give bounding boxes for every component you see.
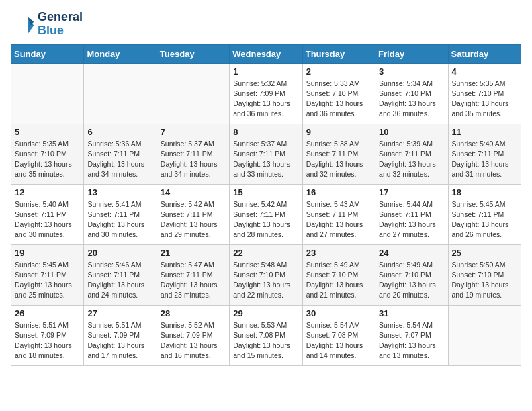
day-cell: 21Sunrise: 5:47 AM Sunset: 7:11 PM Dayli…	[157, 244, 229, 305]
day-number: 12	[15, 187, 80, 197]
day-info: Sunrise: 5:44 AM Sunset: 7:11 PM Dayligh…	[379, 199, 444, 240]
day-info: Sunrise: 5:45 AM Sunset: 7:11 PM Dayligh…	[452, 199, 517, 240]
day-cell: 17Sunrise: 5:44 AM Sunset: 7:11 PM Dayli…	[375, 184, 448, 244]
day-number: 25	[452, 248, 517, 258]
day-cell: 28Sunrise: 5:52 AM Sunset: 7:09 PM Dayli…	[157, 305, 229, 365]
day-info: Sunrise: 5:40 AM Sunset: 7:11 PM Dayligh…	[452, 139, 517, 180]
day-info: Sunrise: 5:42 AM Sunset: 7:11 PM Dayligh…	[161, 199, 226, 240]
day-info: Sunrise: 5:50 AM Sunset: 7:10 PM Dayligh…	[452, 260, 517, 301]
day-number: 22	[233, 248, 298, 258]
day-cell: 24Sunrise: 5:49 AM Sunset: 7:10 PM Dayli…	[375, 244, 448, 305]
day-info: Sunrise: 5:39 AM Sunset: 7:11 PM Dayligh…	[379, 139, 444, 180]
day-cell: 16Sunrise: 5:43 AM Sunset: 7:11 PM Dayli…	[302, 184, 375, 244]
day-cell: 26Sunrise: 5:51 AM Sunset: 7:09 PM Dayli…	[11, 305, 84, 365]
header: General Blue	[11, 11, 521, 38]
header-cell-thursday: Thursday	[302, 44, 375, 63]
day-info: Sunrise: 5:34 AM Sunset: 7:10 PM Dayligh…	[379, 79, 444, 120]
day-cell: 2Sunrise: 5:33 AM Sunset: 7:10 PM Daylig…	[302, 63, 375, 124]
day-number: 18	[452, 187, 517, 197]
day-cell: 3Sunrise: 5:34 AM Sunset: 7:10 PM Daylig…	[375, 63, 448, 124]
day-number: 7	[161, 127, 226, 137]
day-info: Sunrise: 5:35 AM Sunset: 7:10 PM Dayligh…	[15, 139, 80, 180]
day-cell: 18Sunrise: 5:45 AM Sunset: 7:11 PM Dayli…	[448, 184, 521, 244]
day-cell: 30Sunrise: 5:54 AM Sunset: 7:08 PM Dayli…	[302, 305, 375, 365]
day-number: 15	[233, 187, 298, 197]
day-info: Sunrise: 5:41 AM Sunset: 7:11 PM Dayligh…	[87, 199, 152, 240]
day-cell: 5Sunrise: 5:35 AM Sunset: 7:10 PM Daylig…	[11, 124, 84, 184]
day-cell: 13Sunrise: 5:41 AM Sunset: 7:11 PM Dayli…	[84, 184, 157, 244]
day-number: 4	[452, 66, 517, 77]
day-info: Sunrise: 5:40 AM Sunset: 7:11 PM Dayligh…	[15, 199, 80, 240]
day-cell: 6Sunrise: 5:36 AM Sunset: 7:11 PM Daylig…	[84, 124, 157, 184]
header-cell-sunday: Sunday	[11, 44, 84, 63]
header-cell-friday: Friday	[375, 44, 448, 63]
day-number: 10	[379, 127, 444, 137]
day-info: Sunrise: 5:54 AM Sunset: 7:08 PM Dayligh…	[306, 320, 371, 361]
header-row: SundayMondayTuesdayWednesdayThursdayFrid…	[11, 44, 521, 63]
day-cell: 25Sunrise: 5:50 AM Sunset: 7:10 PM Dayli…	[448, 244, 521, 305]
day-info: Sunrise: 5:33 AM Sunset: 7:10 PM Dayligh…	[306, 79, 371, 120]
day-number: 5	[15, 127, 80, 137]
day-number: 17	[379, 187, 444, 197]
day-cell: 4Sunrise: 5:35 AM Sunset: 7:10 PM Daylig…	[448, 63, 521, 124]
day-number: 24	[379, 248, 444, 258]
day-info: Sunrise: 5:54 AM Sunset: 7:07 PM Dayligh…	[379, 320, 444, 361]
day-info: Sunrise: 5:47 AM Sunset: 7:11 PM Dayligh…	[161, 260, 226, 301]
day-info: Sunrise: 5:42 AM Sunset: 7:11 PM Dayligh…	[233, 199, 298, 240]
day-number: 6	[87, 127, 152, 137]
day-cell: 11Sunrise: 5:40 AM Sunset: 7:11 PM Dayli…	[448, 124, 521, 184]
day-number: 31	[379, 308, 444, 318]
week-row-1: 1Sunrise: 5:32 AM Sunset: 7:09 PM Daylig…	[11, 63, 521, 124]
day-info: Sunrise: 5:52 AM Sunset: 7:09 PM Dayligh…	[161, 320, 226, 361]
day-cell: 8Sunrise: 5:37 AM Sunset: 7:11 PM Daylig…	[230, 124, 302, 184]
day-info: Sunrise: 5:53 AM Sunset: 7:08 PM Dayligh…	[233, 320, 298, 361]
day-info: Sunrise: 5:49 AM Sunset: 7:10 PM Dayligh…	[379, 260, 444, 301]
day-number: 30	[306, 308, 371, 318]
day-cell: 27Sunrise: 5:51 AM Sunset: 7:09 PM Dayli…	[84, 305, 157, 365]
day-cell: 10Sunrise: 5:39 AM Sunset: 7:11 PM Dayli…	[375, 124, 448, 184]
day-cell: 22Sunrise: 5:48 AM Sunset: 7:10 PM Dayli…	[230, 244, 302, 305]
day-cell	[448, 305, 521, 365]
header-cell-saturday: Saturday	[448, 44, 521, 63]
week-row-5: 26Sunrise: 5:51 AM Sunset: 7:09 PM Dayli…	[11, 305, 521, 365]
day-number: 3	[379, 66, 444, 77]
day-info: Sunrise: 5:32 AM Sunset: 7:09 PM Dayligh…	[233, 79, 298, 120]
day-info: Sunrise: 5:38 AM Sunset: 7:11 PM Dayligh…	[306, 139, 371, 180]
day-number: 13	[87, 187, 152, 197]
day-cell: 19Sunrise: 5:45 AM Sunset: 7:11 PM Dayli…	[11, 244, 84, 305]
week-row-2: 5Sunrise: 5:35 AM Sunset: 7:10 PM Daylig…	[11, 124, 521, 184]
day-cell	[157, 63, 229, 124]
day-number: 2	[306, 66, 371, 77]
day-number: 28	[161, 308, 226, 318]
day-cell: 7Sunrise: 5:37 AM Sunset: 7:11 PM Daylig…	[157, 124, 229, 184]
day-info: Sunrise: 5:51 AM Sunset: 7:09 PM Dayligh…	[87, 320, 152, 361]
day-number: 9	[306, 127, 371, 137]
day-info: Sunrise: 5:49 AM Sunset: 7:10 PM Dayligh…	[306, 260, 371, 301]
day-cell: 12Sunrise: 5:40 AM Sunset: 7:11 PM Dayli…	[11, 184, 84, 244]
day-cell	[84, 63, 157, 124]
logo-text: General Blue	[38, 11, 83, 38]
week-row-3: 12Sunrise: 5:40 AM Sunset: 7:11 PM Dayli…	[11, 184, 521, 244]
day-cell: 1Sunrise: 5:32 AM Sunset: 7:09 PM Daylig…	[230, 63, 302, 124]
day-number: 23	[306, 248, 371, 258]
day-info: Sunrise: 5:45 AM Sunset: 7:11 PM Dayligh…	[15, 260, 80, 301]
day-number: 8	[233, 127, 298, 137]
calendar-header: SundayMondayTuesdayWednesdayThursdayFrid…	[11, 44, 521, 63]
day-cell: 31Sunrise: 5:54 AM Sunset: 7:07 PM Dayli…	[375, 305, 448, 365]
day-number: 26	[15, 308, 80, 318]
logo-icon	[11, 12, 35, 36]
day-number: 27	[87, 308, 152, 318]
day-info: Sunrise: 5:51 AM Sunset: 7:09 PM Dayligh…	[15, 320, 80, 361]
day-info: Sunrise: 5:43 AM Sunset: 7:11 PM Dayligh…	[306, 199, 371, 240]
calendar-table: SundayMondayTuesdayWednesdayThursdayFrid…	[11, 44, 521, 366]
day-number: 16	[306, 187, 371, 197]
logo: General Blue	[11, 11, 83, 38]
day-number: 29	[233, 308, 298, 318]
header-cell-wednesday: Wednesday	[230, 44, 302, 63]
day-cell: 29Sunrise: 5:53 AM Sunset: 7:08 PM Dayli…	[230, 305, 302, 365]
day-cell: 20Sunrise: 5:46 AM Sunset: 7:11 PM Dayli…	[84, 244, 157, 305]
day-info: Sunrise: 5:46 AM Sunset: 7:11 PM Dayligh…	[87, 260, 152, 301]
day-info: Sunrise: 5:35 AM Sunset: 7:10 PM Dayligh…	[452, 79, 517, 120]
day-cell: 15Sunrise: 5:42 AM Sunset: 7:11 PM Dayli…	[230, 184, 302, 244]
day-cell: 14Sunrise: 5:42 AM Sunset: 7:11 PM Dayli…	[157, 184, 229, 244]
